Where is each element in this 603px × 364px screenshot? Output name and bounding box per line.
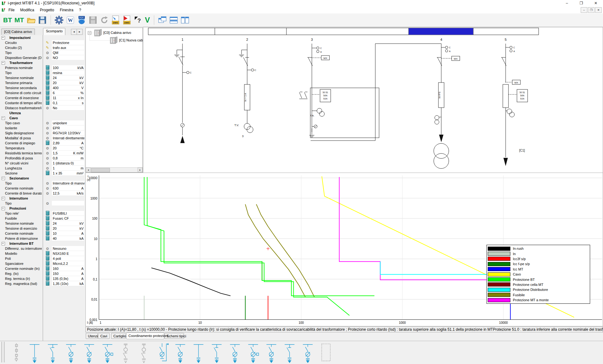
mdi-close-button[interactable]: ✕ — [595, 7, 602, 13]
panel-tab-scomparto[interactable]: Scomparto — [43, 28, 65, 35]
property-row-tipo[interactable]: Tipo⊙ — [0, 201, 85, 206]
scroll-left-icon[interactable]: ◄ — [86, 168, 91, 172]
palette-schema-tipico-11[interactable] — [192, 342, 205, 363]
property-value[interactable]: 4 poli — [52, 256, 84, 261]
tab-scroll-right[interactable]: ► — [77, 29, 83, 35]
word-export-icon[interactable]: W — [66, 15, 75, 25]
menu-item-[interactable]: ? — [76, 7, 84, 13]
cascade-windows-icon[interactable] — [158, 15, 167, 25]
property-row-costante-di-tempo-all-ins[interactable]: Costante di tempo all'ins0,1s — [0, 100, 85, 105]
property-row-n-circuiti-vicini[interactable]: N° circuiti vicini⊙1 (distanza 0) — [0, 161, 85, 166]
single-line-diagram[interactable]: 12345CCIn = 1 AT.V.3CAMX50 5150N51NT.A.C… — [143, 27, 603, 175]
property-row-modello[interactable]: ModelloNSX160 E — [0, 251, 85, 256]
dwg-import-icon[interactable]: DWG — [122, 15, 132, 25]
palette-schema-tipico-16[interactable] — [283, 342, 296, 363]
property-row-sezione[interactable]: Sezione1 x 35mm² — [0, 171, 85, 176]
palette-schema-tipico-6[interactable] — [100, 342, 114, 363]
property-row-tensione-di-corto-circuit[interactable]: Tensione di corto circuit6% — [0, 90, 85, 95]
collapse-icon[interactable] — [2, 242, 5, 245]
property-value[interactable]: NSX160 E — [52, 251, 84, 256]
palette-schema-tipico-18[interactable] — [319, 342, 333, 363]
collapse-icon[interactable] — [2, 177, 5, 180]
property-row-circuito[interactable]: Circuito✎Protezione — [0, 40, 85, 45]
palette-schema-tipico-7[interactable] — [119, 342, 133, 363]
property-value[interactable]: 2,89 — [52, 141, 84, 146]
settings-gear-icon[interactable] — [54, 15, 64, 25]
close-button[interactable]: ✕ — [589, 0, 603, 6]
property-value[interactable]: unipolare — [52, 120, 84, 126]
property-value[interactable]: 0,1 — [52, 100, 84, 105]
single-line-diagram-panel[interactable]: 12345CCIn = 1 AT.V.3CAMX50 5150N51NT.A.C… — [143, 27, 603, 175]
property-value[interactable]: Nessuno — [52, 246, 84, 251]
property-value[interactable]: MicroL2.2 — [52, 261, 84, 266]
property-row-tensione-nominale[interactable]: Tensione nominale24kV — [0, 75, 85, 80]
palette-scrollbar[interactable] — [1, 342, 2, 362]
property-value[interactable]: FUSIBILI — [52, 211, 84, 216]
view-tab-cartiglio[interactable]: Cartiglio — [111, 333, 126, 339]
collapse-icon[interactable] — [2, 61, 5, 65]
property-row-tensione-nominale[interactable]: Tensione nominale24kV — [0, 221, 85, 226]
property-row-corrente-nominale[interactable]: Corrente nominale10A — [0, 231, 85, 236]
mdi-minimize-button[interactable]: – — [581, 7, 587, 13]
property-value[interactable]: 160 — [52, 266, 84, 271]
open-folder-icon[interactable] — [26, 15, 36, 25]
tab-scroll-left[interactable]: ◄ — [71, 29, 77, 35]
property-row-tipo[interactable]: Tipo⊙QM — [0, 50, 85, 55]
property-value[interactable]: Protezione — [52, 40, 84, 45]
property-value[interactable]: 150 — [52, 271, 84, 276]
property-value[interactable]: QM — [52, 50, 84, 55]
panel-tab-c0-cabina-arrivo[interactable]: [C0] Cabina arrivo — [1, 29, 35, 35]
property-row-reg-termica-ir[interactable]: Reg. termica (Ir)135 (0,9x)A — [0, 276, 85, 281]
coordination-chart-panel[interactable]: 1000010001001010,10,010,0011101001000100… — [85, 173, 603, 326]
collapse-icon[interactable] — [2, 197, 5, 200]
property-row-sganciatore[interactable]: SganciatoreMicroL2.2 — [0, 261, 85, 266]
property-row-tipo-cavo[interactable]: Tipo cavo⊙unipolare — [0, 120, 85, 126]
context-help-icon[interactable]: ? — [133, 15, 143, 25]
tile-horizontal-icon[interactable] — [169, 15, 178, 25]
palette-scrollbar-2[interactable] — [4, 342, 5, 362]
property-value[interactable]: 630 — [52, 186, 84, 191]
maximize-button[interactable]: ❐ — [574, 0, 589, 6]
property-row-corrente-di-impiego[interactable]: Corrente di impiego2,89A — [0, 141, 85, 146]
view-tab-coordinamento-protezioni[interactable]: Coordinamento protezioni — [126, 333, 164, 339]
verify-button[interactable]: V — [145, 16, 150, 24]
menu-item-modifica[interactable]: Modifica — [17, 7, 37, 13]
property-row-modalita-di-posa[interactable]: Modalita' di posa⊙Interrati direttamente — [0, 136, 85, 141]
property-row-resistivit-termica-terrer[interactable]: Resistività termica terrer⊙1,5K m/W — [0, 151, 85, 156]
scroll-right-icon[interactable]: ► — [138, 168, 143, 172]
palette-schema-tipico-17[interactable] — [301, 342, 315, 363]
palette-schema-tipico-15[interactable] — [264, 342, 278, 363]
property-row-tipo[interactable]: Tiporesina — [0, 70, 85, 75]
property-value[interactable]: 1 (distanza 0) — [52, 161, 84, 166]
property-value[interactable]: resina — [52, 70, 84, 75]
view-tab-utenze[interactable]: Utenze — [86, 333, 98, 339]
property-value[interactable]: No — [52, 105, 84, 110]
property-value[interactable]: 400 — [52, 85, 84, 90]
property-row-corrente-nominale[interactable]: Corrente nominale⊙630A — [0, 186, 85, 191]
property-row-profondit-di-posa[interactable]: Profondità di posa⊙0,8m — [0, 156, 85, 161]
menu-item-finestra[interactable]: Finestra — [57, 7, 76, 13]
view-tab-cavi[interactable]: Cavi — [98, 333, 110, 339]
property-row-potere-di-interruzione[interactable]: Potere di interruzione40kA — [0, 236, 85, 241]
menu-item-file[interactable]: File — [6, 7, 17, 13]
property-value[interactable]: 0,8 — [52, 156, 84, 161]
property-value[interactable]: 20 — [52, 146, 84, 151]
property-row-dispositivo-generale-di[interactable]: Dispositivo Generale (DI⊙NO — [0, 55, 85, 60]
property-row-sigla-designazione[interactable]: Sigla designazione⊙RG7H1R 12/20kV — [0, 131, 85, 136]
dwg-export-icon[interactable]: DWG — [111, 15, 120, 25]
property-row-potenza-nominale[interactable]: Potenza nominale100kVA — [0, 65, 85, 70]
property-row-circuito-2[interactable]: Circuito (2)✎trafo aux — [0, 45, 85, 50]
property-value[interactable]: RG7H1R 12/20kV — [52, 131, 84, 136]
palette-schema-tipico-9[interactable] — [155, 342, 169, 363]
property-row-reg-io[interactable]: Reg. (Io)150A — [0, 271, 85, 276]
property-row-tensione-di-esercizio[interactable]: Tensione di esercizio20kV — [0, 226, 85, 231]
property-row-tipo[interactable]: Tipo⊙Interruttore di manov — [0, 181, 85, 186]
property-value[interactable]: Fusarc CF — [52, 216, 84, 221]
palette-schema-tipico-8[interactable] — [137, 342, 151, 363]
property-row-corrente-di-inserzione[interactable]: Corrente di inserzione11x In — [0, 95, 85, 100]
collapse-icon[interactable] — [2, 207, 5, 210]
tree-horizontal-scrollbar[interactable]: ◄ ► — [86, 167, 143, 172]
mt-mode-button[interactable]: MT — [14, 16, 24, 24]
property-row-corrente-di-breve-durata[interactable]: Corrente di breve durata⊙12,5kA/s — [0, 191, 85, 196]
property-row-reg-magnetica-isd[interactable]: Reg. magnetica (Isd)1,35 (10x)kA — [0, 281, 85, 286]
